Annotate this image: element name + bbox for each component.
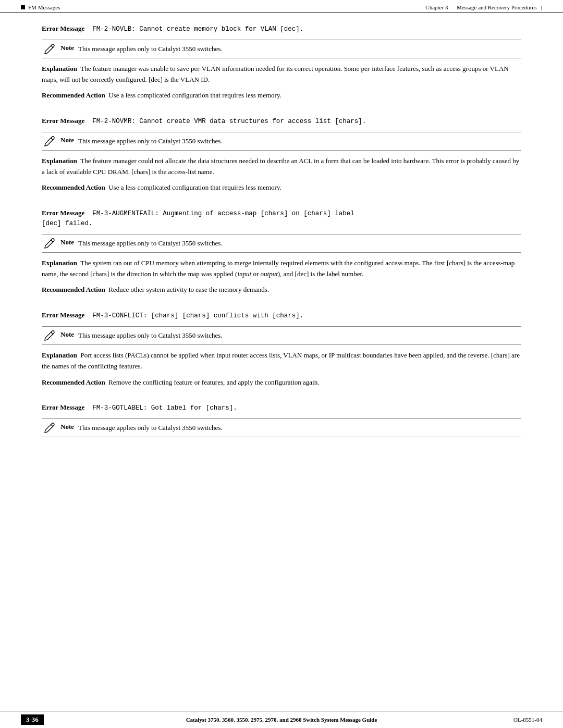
pencil-icon-2 <box>44 135 55 147</box>
exp-label-2: Explanation <box>42 157 77 165</box>
note-1: Note This message applies only to Cataly… <box>42 40 521 58</box>
rec-action-4: Recommended Action Remove the conflictin… <box>42 377 521 388</box>
exp-label-1: Explanation <box>42 65 77 72</box>
exp-italic-output: output <box>261 270 278 278</box>
rec-action-3: Recommended Action Reduce other system a… <box>42 285 521 295</box>
note-label-2: Note <box>60 135 74 144</box>
rec-action-2: Recommended Action Use a less complicate… <box>42 182 521 193</box>
error-block-5: Error Message FM-3-GOTLABEL: Got label f… <box>42 402 521 437</box>
note-text-4: This message applies only to Catalyst 35… <box>78 330 223 341</box>
error-code-2: FM-2-NOVMR: Cannot create VMR data struc… <box>92 118 366 125</box>
page-footer: 3-36 Catalyst 3750, 3560, 3550, 2975, 29… <box>0 711 563 728</box>
main-content: Error Message FM-2-NOVLB: Cannot create … <box>0 13 563 483</box>
exp-text-2: The feature manager could not allocate t… <box>42 157 519 176</box>
note-4: Note This message applies only to Cataly… <box>42 326 521 345</box>
ra-text-2: Use a less complicated configuration tha… <box>108 183 282 191</box>
error-code-3: FM-3-AUGMENTFAIL: Augmenting of access-m… <box>42 210 354 227</box>
ra-text-4: Remove the conflicting feature or featur… <box>108 378 319 386</box>
error-message-line-5: Error Message FM-3-GOTLABEL: Got label f… <box>42 402 521 413</box>
explanation-3: Explanation The system ran out of CPU me… <box>42 258 521 280</box>
note-icon-5 <box>42 422 60 434</box>
ra-label-2: Recommended Action <box>42 183 105 191</box>
footer-center-text: Catalyst 3750, 3560, 3550, 2975, 2970, a… <box>186 717 377 723</box>
section-label: FM Messages <box>28 4 60 10</box>
error-message-line-4: Error Message FM-3-CONFLICT: [chars] [ch… <box>42 310 521 321</box>
header-left: FM Messages <box>21 4 60 10</box>
note-text-2: This message applies only to Catalyst 35… <box>78 135 223 146</box>
em-label-2: Error Message <box>42 117 84 125</box>
note-icon-3 <box>42 238 60 249</box>
exp-text-3a: The system ran out of CPU memory when at… <box>42 259 515 278</box>
pencil-icon-3 <box>44 238 55 249</box>
chapter-label: Chapter 3 <box>425 4 448 10</box>
ra-label-4: Recommended Action <box>42 378 105 386</box>
error-message-line-3: Error Message FM-3-AUGMENTFAIL: Augmenti… <box>42 208 521 229</box>
em-label-5: Error Message <box>42 403 84 411</box>
pencil-icon-5 <box>44 422 55 434</box>
section-icon <box>21 5 25 9</box>
ra-text-3: Reduce other system activity to ease the… <box>108 286 269 293</box>
error-code-5: FM-3-GOTLABEL: Got label for [chars]. <box>92 404 237 412</box>
error-block-3: Error Message FM-3-AUGMENTFAIL: Augmenti… <box>42 208 521 295</box>
explanation-1: Explanation The feature manager was unab… <box>42 64 521 85</box>
error-block-1: Error Message FM-2-NOVLB: Cannot create … <box>42 23 521 101</box>
pencil-icon-1 <box>44 43 55 55</box>
page-number: 3-36 <box>21 714 44 725</box>
header-right: Chapter 3 Message and Recovery Procedure… <box>425 4 542 10</box>
error-block-4: Error Message FM-3-CONFLICT: [chars] [ch… <box>42 310 521 388</box>
header-bar: | <box>541 4 542 10</box>
note-icon-2 <box>42 135 60 147</box>
page-header: FM Messages Chapter 3 Message and Recove… <box>0 0 563 13</box>
ra-label-1: Recommended Action <box>42 91 105 99</box>
note-icon-1 <box>42 43 60 55</box>
rec-action-1: Recommended Action Use a less complicate… <box>42 90 521 101</box>
exp-label-3: Explanation <box>42 259 77 267</box>
ra-label-3: Recommended Action <box>42 286 105 293</box>
em-label-3: Error Message <box>42 209 84 217</box>
note-5: Note This message applies only to Cataly… <box>42 418 521 437</box>
note-label-1: Note <box>60 43 74 52</box>
note-label-5: Note <box>60 422 74 431</box>
em-label-4: Error Message <box>42 311 84 319</box>
note-label-4: Note <box>60 330 74 339</box>
error-block-2: Error Message FM-2-NOVMR: Cannot create … <box>42 116 521 193</box>
exp-text-1: The feature manager was unable to save p… <box>42 65 509 83</box>
error-message-line-1: Error Message FM-2-NOVLB: Cannot create … <box>42 23 521 34</box>
note-text-1: This message applies only to Catalyst 35… <box>78 43 223 54</box>
exp-label-4: Explanation <box>42 351 77 359</box>
em-label-1: Error Message <box>42 24 84 32</box>
ra-text-1: Use a less complicated configuration tha… <box>108 91 282 99</box>
note-text-3: This message applies only to Catalyst 35… <box>78 238 223 249</box>
note-label-3: Note <box>60 238 74 246</box>
explanation-2: Explanation The feature manager could no… <box>42 156 521 178</box>
error-code-1: FM-2-NOVLB: Cannot create memory block f… <box>92 26 303 33</box>
exp-italic-input: input <box>237 270 251 278</box>
pencil-icon-4 <box>44 330 55 341</box>
note-text-5: This message applies only to Catalyst 35… <box>78 422 223 433</box>
explanation-4: Explanation Port access lists (PACLs) ca… <box>42 350 521 372</box>
chapter-title: Message and Recovery Procedures <box>457 4 537 10</box>
note-2: Note This message applies only to Cataly… <box>42 132 521 151</box>
error-code-4: FM-3-CONFLICT: [chars] [chars] conflicts… <box>92 312 303 319</box>
note-3: Note This message applies only to Cataly… <box>42 234 521 253</box>
error-message-line-2: Error Message FM-2-NOVMR: Cannot create … <box>42 116 521 127</box>
exp-text-4: Port access lists (PACLs) cannot be appl… <box>42 351 520 370</box>
note-icon-4 <box>42 330 60 341</box>
footer-doc-number: OL-8551-04 <box>513 717 542 723</box>
